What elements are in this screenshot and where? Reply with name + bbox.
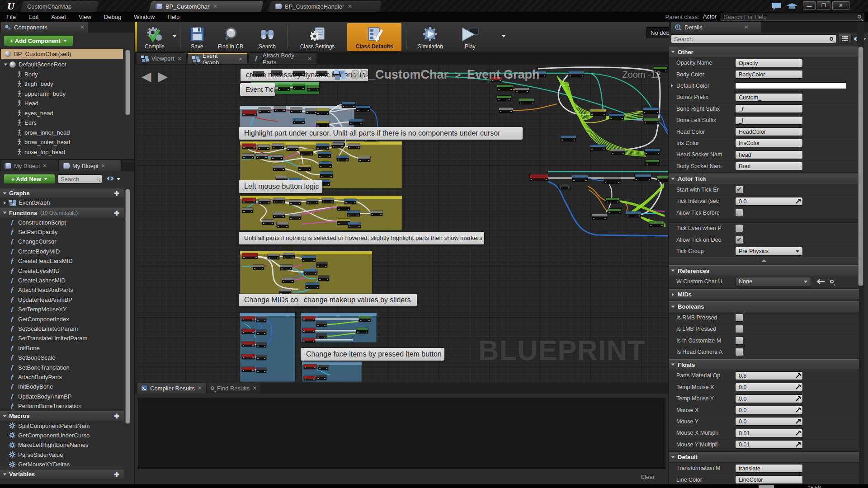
function-row[interactable]: ƒSetPartOpacity (0, 227, 124, 237)
menu-edit[interactable]: Edit (22, 12, 45, 22)
component-row[interactable]: thigh_body (1, 79, 123, 89)
functions-section-header[interactable]: Functions(19 Overridable)✚ (0, 208, 124, 218)
macro-row[interactable]: GetMouseXYDeltas (0, 460, 124, 469)
checkbox-unchecked[interactable] (735, 325, 743, 333)
component-root-row[interactable]: DefaultSceneRoot (1, 60, 123, 70)
use-selected-icon[interactable] (816, 278, 826, 285)
comment-bubble[interactable]: Highlight part under cursor. Unlit all p… (239, 127, 523, 140)
comment-bubble[interactable]: Change face items by pressed item button (301, 348, 444, 361)
close-icon[interactable]: ✕ (177, 56, 182, 62)
tab-components[interactable]: Components✕ (1, 22, 88, 33)
section-header-actor-tick[interactable]: Actor Tick (669, 174, 859, 184)
nav-forward-icon[interactable]: ▶ (158, 70, 167, 84)
function-row[interactable]: ƒSetBoneTranslation (0, 362, 124, 372)
search-button[interactable]: Search (253, 23, 281, 51)
function-row[interactable]: ƒCreateLashesMID (0, 276, 124, 285)
play-button[interactable]: Play (457, 23, 484, 51)
text-field[interactable]: BodyColor (735, 70, 803, 79)
close-icon[interactable]: ✕ (744, 24, 749, 30)
component-row[interactable]: Body (1, 70, 123, 80)
details-search-input[interactable]: Search (671, 34, 836, 43)
comment-bubble[interactable]: Event Tick (240, 83, 275, 96)
reference-dropdown[interactable]: None (735, 277, 811, 286)
window-tab-bp-customizehandler[interactable]: BP_CustomizeHandler✕ (268, 1, 382, 12)
clear-button[interactable]: Clear (641, 474, 655, 480)
component-row[interactable]: nose_top_head (1, 147, 123, 157)
menu-help[interactable]: Help (161, 12, 186, 22)
macros-section-header[interactable]: Macros✚ (0, 411, 124, 421)
component-row[interactable]: Ears (1, 118, 123, 128)
event-graph-canvas[interactable]: create necessary dynamic material instan… (135, 64, 668, 383)
component-row[interactable]: brow_outer_head (1, 137, 123, 147)
play-options-icon[interactable] (502, 35, 505, 38)
graphs-section-header[interactable]: Graphs✚ (0, 188, 124, 198)
function-row[interactable]: ƒAttachHeadAndParts (0, 285, 124, 295)
text-field[interactable]: LineColor (735, 475, 803, 484)
function-row[interactable]: ƒInitBone (0, 343, 124, 353)
tab-my-blueprint-1[interactable]: My Bluepi✕ (1, 160, 58, 171)
number-field[interactable]: 0.0 (735, 394, 803, 403)
macro-row[interactable]: SplitComponentParentNam (0, 421, 124, 430)
section-header-booleans[interactable]: Booleans (669, 301, 859, 312)
function-row[interactable]: ƒUpdateBodyAnimBP (0, 392, 124, 401)
menu-window[interactable]: Window (127, 12, 161, 22)
minimize-button[interactable]: — (803, 1, 816, 10)
window-tab-customcharmap[interactable]: CustomCharMap (20, 1, 99, 12)
text-field[interactable]: translate (735, 464, 803, 473)
breadcrumb-sub[interactable]: Event Graph (467, 68, 540, 82)
color-swatch[interactable] (735, 82, 846, 89)
function-row[interactable]: ƒUpdateHeadAnimBP (0, 295, 124, 305)
tab-compiler-results[interactable]: Compiler Results✕ (137, 383, 206, 394)
section-header-references[interactable]: References (669, 265, 859, 276)
close-icon[interactable]: ✕ (101, 163, 105, 169)
number-field[interactable]: 0.01 (735, 429, 803, 437)
component-row[interactable]: eyes_head (1, 108, 123, 118)
eventgraph-row[interactable]: EventGraph (0, 198, 124, 208)
text-field[interactable]: Custom_ (735, 93, 803, 102)
parent-class-value[interactable]: Actor (703, 13, 717, 20)
chat-icon[interactable] (771, 2, 798, 10)
my-blueprint-search-input[interactable]: Search (58, 174, 102, 183)
function-row[interactable]: ƒInitBodyBone (0, 382, 124, 391)
function-row[interactable]: ƒConstructionScript (0, 218, 124, 227)
close-icon[interactable]: ✕ (213, 3, 217, 9)
class-defaults-button[interactable]: Class Defaults (347, 23, 401, 51)
number-field[interactable]: 0.0 (735, 417, 803, 426)
details-scrollbar[interactable] (858, 47, 863, 286)
checkbox-unchecked[interactable] (735, 337, 743, 345)
close-icon[interactable]: ✕ (307, 56, 312, 62)
window-tab-bp-customchar[interactable]: BP_CustomChar✕ (149, 1, 264, 12)
tab-my-blueprint-2[interactable]: My Bluepi✕ (59, 160, 121, 171)
comment-bubble[interactable]: Left mouse button logic (239, 180, 322, 193)
add-new-button[interactable]: + Add New (4, 174, 55, 184)
component-row[interactable]: Head (1, 99, 123, 108)
menu-asset[interactable]: Asset (45, 12, 72, 22)
compile-button[interactable]: Compile (139, 23, 170, 51)
components-scrollbar[interactable] (125, 50, 130, 115)
checkbox-unchecked[interactable] (735, 314, 743, 322)
comment-bubble[interactable]: change makeup values by sliders (298, 294, 417, 306)
tab-viewport[interactable]: Viewport✕ (137, 53, 186, 64)
variables-section-header[interactable]: Variables✚ (0, 469, 124, 479)
display-filter-button[interactable] (838, 34, 852, 44)
add-macro-button[interactable]: ✚ (113, 413, 120, 420)
checkbox-checked[interactable] (735, 236, 743, 244)
menu-file[interactable]: File (0, 12, 22, 22)
text-field[interactable]: _l (735, 116, 803, 125)
close-icon[interactable]: ✕ (42, 163, 47, 169)
expander-icon[interactable] (671, 84, 673, 88)
macro-row[interactable]: GetComponentUnderCurso (0, 431, 124, 440)
text-field[interactable]: HeadColor (735, 127, 803, 136)
number-field[interactable]: 0.0 (735, 406, 803, 414)
function-row[interactable]: ƒGetComponetIndex (0, 314, 124, 324)
macro-row[interactable]: ParseSliderValue (0, 450, 124, 459)
text-field[interactable]: Root (735, 162, 803, 170)
component-row[interactable]: brow_inner_head (1, 128, 123, 138)
search-for-help-input[interactable]: Search For Help (721, 13, 864, 21)
function-row[interactable]: ƒSetScaleLimitedParam (0, 324, 124, 333)
breadcrumb-title[interactable]: BP_CustomChar (352, 68, 449, 82)
function-row[interactable]: ƒAttachBodyParts (0, 372, 124, 382)
number-field[interactable]: 0.01 (735, 440, 803, 449)
add-variable-button[interactable]: ✚ (113, 471, 120, 478)
number-field[interactable]: 0.0 (735, 197, 803, 206)
